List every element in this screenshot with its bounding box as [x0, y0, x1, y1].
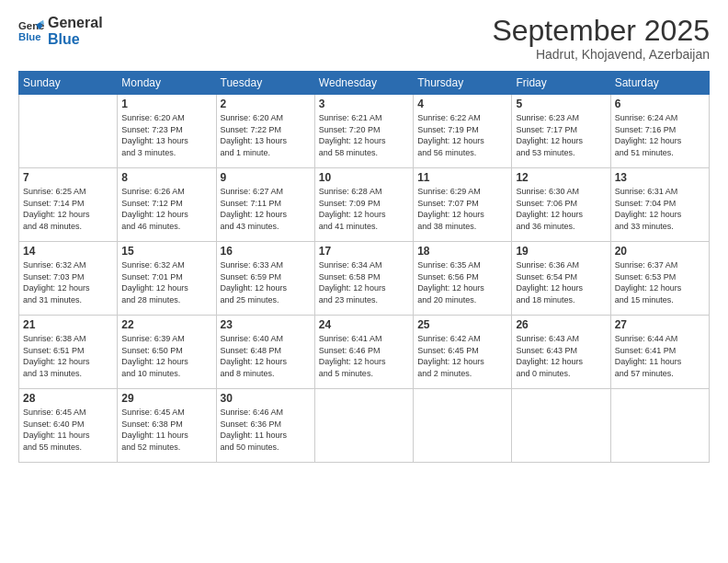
day-number: 5: [516, 98, 606, 110]
day-number: 7: [23, 171, 113, 184]
day-number: 27: [615, 318, 705, 331]
day-info: Sunrise: 6:45 AM Sunset: 6:40 PM Dayligh…: [23, 407, 113, 453]
week-row-4: 28Sunrise: 6:45 AM Sunset: 6:40 PM Dayli…: [19, 389, 710, 463]
header: General Blue General Blue September 2025…: [18, 15, 710, 62]
month-title: September 2025: [492, 15, 710, 47]
day-cell: 23Sunrise: 6:40 AM Sunset: 6:48 PM Dayli…: [216, 316, 314, 389]
day-cell: 27Sunrise: 6:44 AM Sunset: 6:41 PM Dayli…: [610, 316, 709, 389]
logo: General Blue General Blue: [18, 15, 103, 49]
day-number: 10: [319, 171, 409, 184]
day-number: 16: [221, 245, 311, 258]
day-info: Sunrise: 6:35 AM Sunset: 6:56 PM Dayligh…: [417, 259, 507, 305]
day-number: 3: [319, 98, 409, 110]
day-cell: 1Sunrise: 6:20 AM Sunset: 7:23 PM Daylig…: [118, 95, 216, 168]
day-cell: 9Sunrise: 6:27 AM Sunset: 7:11 PM Daylig…: [216, 168, 314, 242]
day-cell: 10Sunrise: 6:28 AM Sunset: 7:09 PM Dayli…: [314, 168, 413, 242]
day-cell: 14Sunrise: 6:32 AM Sunset: 7:03 PM Dayli…: [19, 242, 118, 316]
day-info: Sunrise: 6:38 AM Sunset: 6:51 PM Dayligh…: [23, 333, 113, 379]
day-cell: 13Sunrise: 6:31 AM Sunset: 7:04 PM Dayli…: [610, 168, 709, 242]
col-header-monday: Monday: [118, 72, 216, 95]
day-cell: 20Sunrise: 6:37 AM Sunset: 6:53 PM Dayli…: [610, 242, 709, 316]
day-cell: 3Sunrise: 6:21 AM Sunset: 7:20 PM Daylig…: [314, 95, 413, 168]
day-cell: 30Sunrise: 6:46 AM Sunset: 6:36 PM Dayli…: [216, 389, 314, 463]
day-cell: 11Sunrise: 6:29 AM Sunset: 7:07 PM Dayli…: [414, 168, 512, 242]
day-cell: 21Sunrise: 6:38 AM Sunset: 6:51 PM Dayli…: [19, 316, 118, 389]
col-header-thursday: Thursday: [414, 72, 512, 95]
day-cell: 26Sunrise: 6:43 AM Sunset: 6:43 PM Dayli…: [512, 316, 610, 389]
day-info: Sunrise: 6:44 AM Sunset: 6:41 PM Dayligh…: [615, 333, 705, 379]
day-cell: 4Sunrise: 6:22 AM Sunset: 7:19 PM Daylig…: [414, 95, 512, 168]
day-number: 23: [221, 318, 311, 331]
calendar-table: SundayMondayTuesdayWednesdayThursdayFrid…: [18, 71, 710, 463]
day-info: Sunrise: 6:30 AM Sunset: 7:06 PM Dayligh…: [516, 186, 606, 232]
day-number: 1: [121, 98, 211, 110]
day-cell: 16Sunrise: 6:33 AM Sunset: 6:59 PM Dayli…: [216, 242, 314, 316]
day-cell: 2Sunrise: 6:20 AM Sunset: 7:22 PM Daylig…: [216, 95, 314, 168]
day-info: Sunrise: 6:20 AM Sunset: 7:22 PM Dayligh…: [221, 112, 311, 158]
col-header-wednesday: Wednesday: [314, 72, 413, 95]
day-info: Sunrise: 6:31 AM Sunset: 7:04 PM Dayligh…: [615, 186, 705, 232]
day-info: Sunrise: 6:23 AM Sunset: 7:17 PM Dayligh…: [516, 112, 606, 158]
day-info: Sunrise: 6:45 AM Sunset: 6:38 PM Dayligh…: [121, 407, 211, 453]
logo-line1: General: [48, 15, 103, 31]
day-info: Sunrise: 6:40 AM Sunset: 6:48 PM Dayligh…: [221, 333, 311, 379]
day-number: 28: [23, 392, 113, 405]
day-number: 26: [516, 318, 606, 331]
col-header-sunday: Sunday: [19, 72, 118, 95]
day-info: Sunrise: 6:27 AM Sunset: 7:11 PM Dayligh…: [221, 186, 311, 232]
day-number: 4: [417, 98, 507, 110]
day-cell: 22Sunrise: 6:39 AM Sunset: 6:50 PM Dayli…: [118, 316, 216, 389]
day-cell: [610, 389, 709, 463]
svg-text:Blue: Blue: [18, 31, 41, 42]
day-number: 24: [319, 318, 409, 331]
day-cell: [414, 389, 512, 463]
day-number: 17: [319, 245, 409, 258]
day-cell: 19Sunrise: 6:36 AM Sunset: 6:54 PM Dayli…: [512, 242, 610, 316]
day-number: 2: [221, 98, 311, 110]
col-header-tuesday: Tuesday: [216, 72, 314, 95]
day-cell: 17Sunrise: 6:34 AM Sunset: 6:58 PM Dayli…: [314, 242, 413, 316]
day-cell: [314, 389, 413, 463]
day-info: Sunrise: 6:20 AM Sunset: 7:23 PM Dayligh…: [121, 112, 211, 158]
week-row-0: 1Sunrise: 6:20 AM Sunset: 7:23 PM Daylig…: [19, 95, 710, 168]
day-number: 12: [516, 171, 606, 184]
day-info: Sunrise: 6:36 AM Sunset: 6:54 PM Dayligh…: [516, 259, 606, 305]
day-cell: 6Sunrise: 6:24 AM Sunset: 7:16 PM Daylig…: [610, 95, 709, 168]
day-cell: 28Sunrise: 6:45 AM Sunset: 6:40 PM Dayli…: [19, 389, 118, 463]
day-cell: 12Sunrise: 6:30 AM Sunset: 7:06 PM Dayli…: [512, 168, 610, 242]
day-cell: 29Sunrise: 6:45 AM Sunset: 6:38 PM Dayli…: [118, 389, 216, 463]
day-number: 19: [516, 245, 606, 258]
day-info: Sunrise: 6:34 AM Sunset: 6:58 PM Dayligh…: [319, 259, 409, 305]
day-number: 25: [417, 318, 507, 331]
day-number: 20: [615, 245, 705, 258]
logo-line2: Blue: [48, 31, 103, 48]
col-header-saturday: Saturday: [610, 72, 709, 95]
day-cell: 5Sunrise: 6:23 AM Sunset: 7:17 PM Daylig…: [512, 95, 610, 168]
day-info: Sunrise: 6:29 AM Sunset: 7:07 PM Dayligh…: [417, 186, 507, 232]
day-cell: 7Sunrise: 6:25 AM Sunset: 7:14 PM Daylig…: [19, 168, 118, 242]
day-cell: 8Sunrise: 6:26 AM Sunset: 7:12 PM Daylig…: [118, 168, 216, 242]
day-info: Sunrise: 6:32 AM Sunset: 7:01 PM Dayligh…: [121, 259, 211, 305]
day-cell: 18Sunrise: 6:35 AM Sunset: 6:56 PM Dayli…: [414, 242, 512, 316]
week-row-2: 14Sunrise: 6:32 AM Sunset: 7:03 PM Dayli…: [19, 242, 710, 316]
day-info: Sunrise: 6:21 AM Sunset: 7:20 PM Dayligh…: [319, 112, 409, 158]
day-info: Sunrise: 6:25 AM Sunset: 7:14 PM Dayligh…: [23, 186, 113, 232]
day-number: 8: [121, 171, 211, 184]
week-row-3: 21Sunrise: 6:38 AM Sunset: 6:51 PM Dayli…: [19, 316, 710, 389]
day-number: 11: [417, 171, 507, 184]
day-info: Sunrise: 6:46 AM Sunset: 6:36 PM Dayligh…: [221, 407, 311, 453]
day-info: Sunrise: 6:41 AM Sunset: 6:46 PM Dayligh…: [319, 333, 409, 379]
day-number: 9: [221, 171, 311, 184]
day-info: Sunrise: 6:28 AM Sunset: 7:09 PM Dayligh…: [319, 186, 409, 232]
week-row-1: 7Sunrise: 6:25 AM Sunset: 7:14 PM Daylig…: [19, 168, 710, 242]
page: General Blue General Blue September 2025…: [0, 0, 728, 563]
day-number: 15: [121, 245, 211, 258]
day-number: 22: [121, 318, 211, 331]
subtitle: Hadrut, Khojavend, Azerbaijan: [492, 47, 710, 62]
day-info: Sunrise: 6:24 AM Sunset: 7:16 PM Dayligh…: [615, 112, 705, 158]
day-number: 14: [23, 245, 113, 258]
day-number: 21: [23, 318, 113, 331]
day-number: 13: [615, 171, 705, 184]
day-number: 6: [615, 98, 705, 110]
day-info: Sunrise: 6:42 AM Sunset: 6:45 PM Dayligh…: [417, 333, 507, 379]
